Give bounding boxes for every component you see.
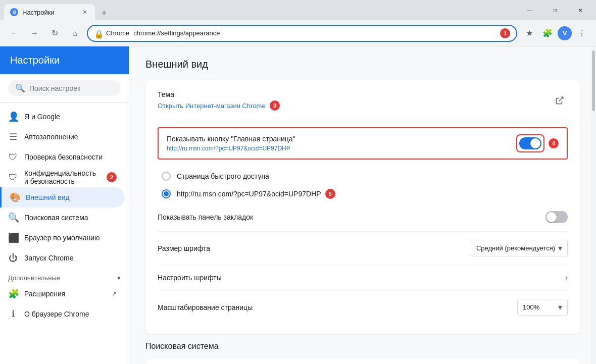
sidebar-nav: 👤 Я и Google ☰ Автозаполнение 🛡 Проверка… bbox=[0, 102, 129, 328]
window-controls: — □ ✕ bbox=[518, 2, 592, 18]
sidebar-item-about[interactable]: ℹ О браузере Chrome bbox=[0, 304, 125, 324]
customize-fonts-row[interactable]: Настроить шрифты › bbox=[158, 265, 568, 291]
sidebar-item-startup[interactable]: ⏻ Запуск Chrome bbox=[0, 248, 125, 268]
sidebar-item-label: Внешний вид bbox=[26, 193, 70, 201]
homepage-text: Показывать кнопку "Главная страница" htt… bbox=[167, 135, 516, 152]
appearance-card: Тема Открыть Интернет-магазин Chrome 3 bbox=[145, 80, 580, 334]
homepage-url: http://ru.msn.com/?pc=UP97&ocid=UP97DHP bbox=[167, 145, 516, 152]
tab-favicon: ⚙ bbox=[10, 8, 18, 16]
main-layout: Настройки 🔍 👤 Я и Google ☰ Автозаполнени… bbox=[0, 46, 596, 364]
omnibox-url[interactable]: chrome://settings/appearance bbox=[133, 29, 496, 37]
expand-icon: ▾ bbox=[117, 274, 121, 282]
zoom-value: 100% bbox=[523, 303, 539, 311]
tab-strip: ⚙ Настройки ✕ + bbox=[4, 0, 518, 20]
radio-button-ntp[interactable] bbox=[162, 172, 171, 181]
advanced-label: Дополнительные bbox=[8, 274, 60, 282]
chevron-down-icon: ▾ bbox=[558, 302, 562, 312]
open-theme-store-button[interactable] bbox=[552, 92, 568, 109]
zoom-right: 100% ▾ bbox=[517, 299, 568, 316]
tab-title: Настройки bbox=[22, 9, 77, 16]
sidebar-item-extensions[interactable]: 🧩 Расширения ↗ bbox=[0, 284, 125, 304]
sidebar-search-box[interactable]: 🔍 bbox=[8, 80, 121, 96]
theme-link-wrap: Открыть Интернет-магазин Chrome 3 bbox=[158, 100, 280, 111]
theme-label: Тема bbox=[158, 90, 280, 98]
maximize-button[interactable]: □ bbox=[543, 2, 567, 18]
chevron-down-icon: ▾ bbox=[558, 243, 562, 253]
home-button[interactable]: ⌂ bbox=[67, 25, 83, 41]
homepage-toggle-row: Показывать кнопку "Главная страница" htt… bbox=[158, 127, 568, 160]
font-size-right: Средний (рекомендуется) ▾ bbox=[471, 240, 568, 256]
close-button[interactable]: ✕ bbox=[569, 2, 592, 18]
sidebar-item-browser[interactable]: ⬛ Браузер по умолчанию bbox=[0, 228, 125, 248]
sidebar-item-label: Запуск Chrome bbox=[24, 254, 73, 262]
sidebar-item-label: Расширения bbox=[24, 290, 106, 298]
sidebar-item-label: Проверка безопасности bbox=[24, 153, 103, 161]
omnibox-site-label: Chrome bbox=[106, 29, 129, 37]
reload-button[interactable]: ↻ bbox=[46, 25, 63, 41]
person-icon: 👤 bbox=[8, 111, 18, 122]
radio-button-url[interactable] bbox=[162, 189, 171, 198]
zoom-row: Масштабирование страницы 100% ▾ bbox=[158, 291, 568, 324]
sidebar-item-search[interactable]: 🔍 Поисковая система bbox=[0, 207, 125, 228]
search-input[interactable] bbox=[29, 84, 118, 92]
search-engine-icon: 🔍 bbox=[8, 212, 18, 223]
zoom-dropdown[interactable]: 100% ▾ bbox=[517, 299, 568, 316]
radio-item-ntp: Страница быстрого доступа bbox=[162, 168, 568, 185]
active-tab[interactable]: ⚙ Настройки ✕ bbox=[4, 4, 95, 20]
radio-label-ntp: Страница быстрого доступа bbox=[177, 172, 269, 180]
sidebar-item-label: Конфиденциальность и безопасность bbox=[24, 169, 101, 185]
scrollbar-thumb[interactable] bbox=[592, 50, 595, 111]
search-icon: 🔍 bbox=[15, 83, 25, 93]
menu-button[interactable]: ⋮ bbox=[574, 25, 590, 41]
font-size-dropdown[interactable]: Средний (рекомендуется) ▾ bbox=[471, 240, 568, 256]
appearance-icon: 🎨 bbox=[10, 192, 20, 203]
badge-3: 3 bbox=[270, 100, 280, 111]
homepage-toggle-label: Показывать кнопку "Главная страница" bbox=[167, 135, 516, 143]
homepage-toggle-wrap bbox=[516, 134, 544, 152]
external-link-icon: ↗ bbox=[112, 290, 117, 297]
site-security-icon: 🔒 bbox=[94, 29, 102, 37]
bookmarks-bar-toggle[interactable] bbox=[545, 211, 568, 223]
sidebar-item-privacy[interactable]: 🛡 Конфиденциальность и безопасность 2 bbox=[0, 167, 125, 187]
homepage-toggle[interactable] bbox=[519, 137, 541, 149]
sidebar: Настройки 🔍 👤 Я и Google ☰ Автозаполнени… bbox=[0, 46, 129, 364]
autofill-icon: ☰ bbox=[8, 131, 18, 142]
sidebar-item-label: Я и Google bbox=[24, 113, 60, 121]
sidebar-search-wrap: 🔍 bbox=[0, 74, 129, 102]
sidebar-item-label: Автозаполнение bbox=[24, 133, 78, 141]
forward-button[interactable]: → bbox=[26, 25, 42, 41]
info-icon: ℹ bbox=[8, 308, 18, 320]
new-tab-button[interactable]: + bbox=[97, 6, 111, 20]
privacy-badge: 2 bbox=[107, 172, 117, 182]
tab-close-button[interactable]: ✕ bbox=[81, 8, 89, 16]
search-section-placeholder bbox=[145, 359, 580, 364]
sidebar-item-label: О браузере Chrome bbox=[24, 310, 89, 318]
bookmark-button[interactable]: ★ bbox=[521, 25, 537, 41]
sidebar-item-security[interactable]: 🛡 Проверка безопасности bbox=[0, 147, 125, 167]
back-button[interactable]: ← bbox=[6, 25, 22, 41]
theme-link-text[interactable]: Открыть Интернет-магазин Chrome bbox=[158, 102, 266, 110]
sidebar-item-appearance[interactable]: 🎨 Внешний вид bbox=[0, 187, 125, 207]
radio-item-url: http://ru.msn.com/?pc=UP97&ocid=UP97DHP … bbox=[162, 185, 568, 203]
avatar-button[interactable]: V bbox=[558, 26, 572, 40]
extensions-button[interactable]: 🧩 bbox=[539, 25, 556, 41]
zoom-label: Масштабирование страницы bbox=[158, 303, 253, 311]
shield-icon: 🛡 bbox=[8, 152, 18, 163]
font-size-value: Средний (рекомендуется) bbox=[476, 244, 555, 252]
privacy-icon: 🛡 bbox=[8, 172, 18, 183]
theme-info: Тема Открыть Интернет-магазин Chrome 3 bbox=[158, 90, 280, 111]
sidebar-header: Настройки bbox=[0, 46, 129, 74]
content-area: Внешний вид Тема Открыть Интернет-магази… bbox=[129, 46, 596, 364]
badge-1: 1 bbox=[500, 28, 510, 38]
bookmarks-bar-row: Показывать панель закладок bbox=[158, 203, 568, 232]
theme-row: Тема Открыть Интернет-магазин Chrome 3 bbox=[158, 90, 568, 119]
radio-url-wrap: http://ru.msn.com/?pc=UP97&ocid=UP97DHP … bbox=[177, 189, 568, 199]
omnibox[interactable]: 🔒 Chrome chrome://settings/appearance 1 bbox=[87, 25, 517, 42]
sidebar-item-me-google[interactable]: 👤 Я и Google bbox=[0, 107, 125, 127]
minimize-button[interactable]: — bbox=[518, 2, 541, 18]
customize-fonts-label: Настроить шрифты bbox=[158, 274, 222, 282]
sidebar-item-autofill[interactable]: ☰ Автозаполнение bbox=[0, 127, 125, 147]
badge-5: 5 bbox=[325, 189, 335, 199]
browser-icon: ⬛ bbox=[8, 232, 18, 243]
scrollbar[interactable] bbox=[591, 46, 596, 364]
